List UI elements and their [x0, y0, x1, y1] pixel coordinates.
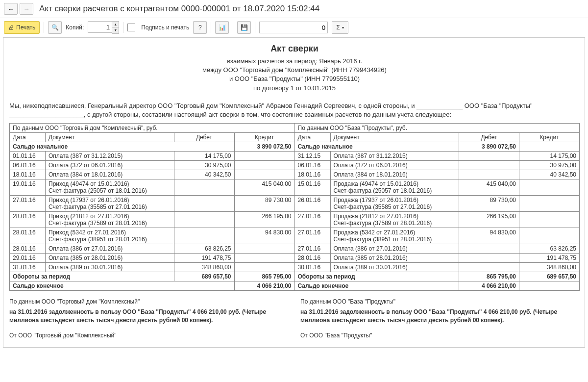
row-right-debit: 89 730,00 [459, 196, 519, 212]
footer-left-from: От ООО "Торговый дом "Комплексный" [9, 331, 289, 340]
chevron-down-icon: ▾ [342, 25, 344, 30]
preview-icon: 🔍 [51, 24, 59, 31]
left-turn-credit: 865 795,00 [234, 272, 294, 281]
row-left-credit: 415 040,00 [234, 179, 294, 196]
document-subtitle: взаимных расчетов за период: Январь 2016… [9, 57, 580, 93]
footer-left-body: на 31.01.2016 задолженность в пользу ООО… [9, 308, 289, 325]
footer: По данным ООО "Торговый дом "Комплексный… [9, 298, 580, 339]
question-icon: ? [198, 24, 202, 31]
right-turn-debit: 865 795,00 [459, 272, 519, 281]
row-left-doc: Оплата (372 от 06.01.2016) [46, 161, 174, 170]
nav-forward-button[interactable]: → [20, 3, 33, 15]
row-left-date: 27.01.16 [10, 196, 46, 212]
toolbar-separator [123, 22, 123, 33]
row-left-credit: 266 195,00 [234, 212, 294, 228]
row-left-debit: 14 175,00 [174, 152, 234, 161]
row-left-date: 28.01.16 [10, 228, 46, 244]
row-right-date: 28.01.16 [294, 254, 330, 263]
row-right-date: 27.01.16 [294, 212, 330, 228]
row-left-debit [174, 212, 234, 228]
row-right-doc: Оплата (384 от 18.01.2016) [330, 170, 459, 179]
row-left-doc: Оплата (387 от 31.12.2015) [46, 152, 174, 161]
footer-right-from: От ООО "База "Продукты" [300, 331, 580, 340]
nav-back-button[interactable]: ← [4, 3, 18, 15]
row-left-debit: 40 342,50 [174, 170, 234, 179]
sum-input[interactable] [259, 22, 328, 33]
table-row: 31.01.16Оплата (389 от 30.01.2016)348 86… [10, 263, 580, 272]
row-left-date: 28.01.16 [10, 212, 46, 228]
row-left-debit [174, 179, 234, 196]
titlebar: ← → Акт сверки расчетов с контрагентом 0… [0, 0, 588, 18]
sign-print-label: Подпись и печать [141, 24, 189, 31]
row-left-credit [234, 161, 294, 170]
help-button[interactable]: ? [193, 21, 207, 34]
footer-right: По данным ООО "База "Продукты" на 31.01.… [300, 298, 580, 339]
row-right-credit: 30 975,00 [519, 161, 580, 170]
row-right-doc: Оплата (387 от 31.12.2015) [330, 152, 459, 161]
save-icon: 💾 [241, 24, 248, 31]
table-row: 27.01.16Приход (17937 от 26.01.2016)Счет… [10, 196, 580, 212]
table-row: 06.01.16Оплата (372 от 06.01.2016)30 975… [10, 161, 580, 170]
reconciliation-table: По данным ООО "Торговый дом "Комплексный… [9, 123, 580, 291]
window-title: Акт сверки расчетов с контрагентом 0000-… [39, 4, 319, 14]
print-button[interactable]: 🖨 Печать [4, 21, 40, 34]
saldo-start-label: Сальдо начальное [10, 142, 235, 152]
table-row: 28.01.16Приход (5342 от 27.01.2016)Счет-… [10, 228, 580, 244]
col-credit: Кредит [519, 133, 580, 142]
row-right-doc: Оплата (386 от 27.01.2016) [330, 244, 459, 254]
table-row: 28.01.16Оплата (386 от 27.01.2016)63 826… [10, 244, 580, 254]
row-left-date: 29.01.16 [10, 254, 46, 263]
copies-stepper[interactable]: ▲ ▼ [112, 21, 119, 34]
footer-left: По данным ООО "Торговый дом "Комплексный… [9, 298, 289, 339]
row-right-credit [519, 228, 580, 244]
turnover-label: Обороты за период [294, 272, 459, 281]
turnover-label: Обороты за период [10, 272, 174, 281]
document-title: Акт сверки [9, 44, 580, 54]
export-button[interactable]: 📊 [215, 21, 229, 34]
left-saldo-start-credit: 3 890 072,50 [234, 142, 294, 152]
toolbar-separator [255, 22, 255, 33]
row-right-date: 27.01.16 [294, 244, 330, 254]
row-right-date: 15.01.16 [294, 179, 330, 196]
row-left-credit [234, 152, 294, 161]
copies-input[interactable] [88, 21, 112, 33]
table-row: 18.01.16Оплата (384 от 18.01.2016)40 342… [10, 170, 580, 179]
export-icon: 📊 [219, 24, 226, 31]
right-turn-credit: 689 657,50 [519, 272, 580, 281]
saldo-end-label: Сальдо конечное [10, 281, 235, 291]
row-left-doc: Приход (5342 от 27.01.2016)Счет-фактура … [46, 228, 174, 244]
saldo-end-label: Сальдо конечное [294, 281, 459, 291]
col-credit: Кредит [234, 133, 294, 142]
row-right-date: 30.01.16 [294, 263, 330, 272]
cell [519, 281, 580, 291]
left-turn-debit: 689 657,50 [174, 272, 234, 281]
row-left-credit [234, 170, 294, 179]
sign-print-checkbox[interactable] [127, 24, 135, 31]
stepper-up-icon[interactable]: ▲ [112, 22, 119, 27]
col-date: Дата [10, 133, 46, 142]
row-left-date: 19.01.16 [10, 179, 46, 196]
row-left-credit [234, 244, 294, 254]
save-button[interactable]: 💾 [237, 21, 251, 34]
preview-button[interactable]: 🔍 [48, 21, 62, 34]
table-row: 29.01.16Оплата (385 от 28.01.2016)191 47… [10, 254, 580, 263]
sigma-button[interactable]: Σ ▾ [332, 21, 348, 34]
saldo-start-label: Сальдо начальное [294, 142, 459, 152]
table-row: 01.01.16Оплата (387 от 31.12.2015)14 175… [10, 152, 580, 161]
toolbar-separator [233, 22, 233, 33]
right-saldo-start-debit: 3 890 072,50 [459, 142, 519, 152]
stepper-down-icon[interactable]: ▼ [112, 27, 119, 33]
left-org-header: По данным ООО "Торговый дом "Комплексный… [10, 124, 295, 133]
row-right-date: 26.01.16 [294, 196, 330, 212]
row-right-credit [519, 196, 580, 212]
row-left-credit: 94 830,00 [234, 228, 294, 244]
row-left-credit [234, 263, 294, 272]
row-right-doc: Оплата (372 от 06.01.2016) [330, 161, 459, 170]
sub-line: и ООО "База "Продукты" (ИНН 7799555110) [229, 75, 360, 82]
table-row: 28.01.16Приход (21812 от 27.01.2016)Счет… [10, 212, 580, 228]
toolbar-separator [211, 22, 211, 33]
row-left-doc: Оплата (385 от 28.01.2016) [46, 254, 174, 263]
col-doc: Документ [46, 133, 174, 142]
sub-line: по договору 1 от 10.01.2015 [253, 84, 336, 92]
row-left-date: 31.01.16 [10, 263, 46, 272]
